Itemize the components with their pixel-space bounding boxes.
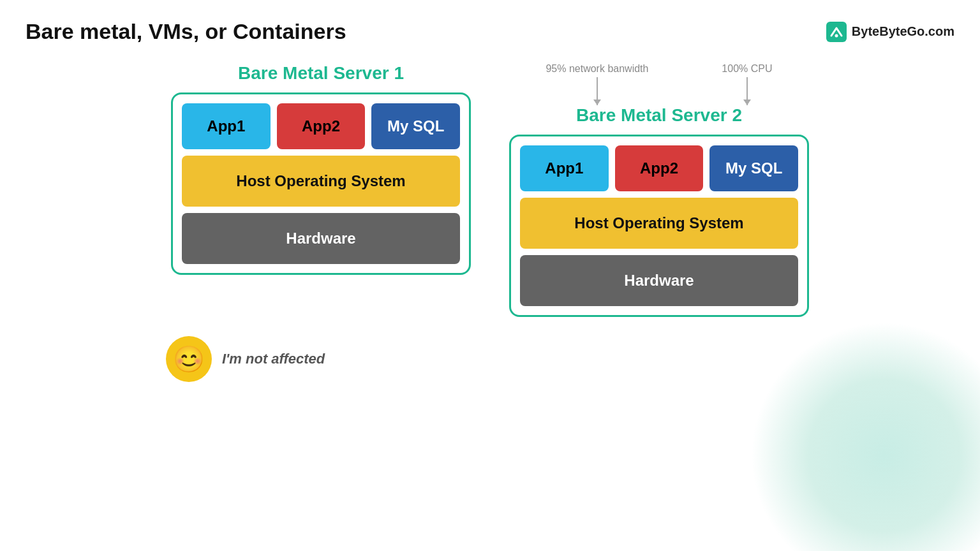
annotation-network-arrow: [597, 77, 598, 105]
server1-app1: App1: [182, 103, 271, 149]
svg-point-1: [835, 34, 838, 37]
server2-app3: My SQL: [709, 145, 798, 191]
servers-container: Bare Metal Server 1 App1 App2 My SQL Hos…: [26, 63, 954, 317]
server2-hardware: Hardware: [520, 255, 798, 306]
server2-title: Bare Metal Server 2: [576, 105, 742, 126]
smiley-icon: 😊: [166, 336, 212, 382]
header: Bare metal, VMs, or Containers ByteByteG…: [26, 19, 954, 44]
brand-logo: ByteByteGo.com: [826, 22, 954, 42]
server1-title: Bare Metal Server 1: [238, 63, 404, 84]
server2-os: Host Operating System: [520, 198, 798, 249]
brand-name: ByteByteGo.com: [852, 24, 954, 39]
server1-box: App1 App2 My SQL Host Operating System H…: [171, 92, 471, 275]
smiley-section: 😊 I'm not affected: [26, 336, 954, 382]
server1-apps-row: App1 App2 My SQL: [182, 103, 460, 149]
server1-app2: App2: [277, 103, 366, 149]
server2-wrapper: 95% network banwidth 100% CPU Bare Metal…: [509, 63, 809, 317]
annotation-network: 95% network banwidth: [546, 63, 648, 105]
server1-os: Host Operating System: [182, 156, 460, 207]
server2-app1: App1: [520, 145, 609, 191]
server1-hardware: Hardware: [182, 213, 460, 264]
server2-app2: App2: [615, 145, 704, 191]
svg-rect-0: [826, 22, 847, 42]
server1-block: Bare Metal Server 1 App1 App2 My SQL Hos…: [171, 63, 471, 275]
smiley-text: I'm not affected: [222, 351, 325, 367]
server2-apps-row: App1 App2 My SQL: [520, 145, 798, 191]
page-title: Bare metal, VMs, or Containers: [26, 19, 346, 44]
annotation-cpu: 100% CPU: [722, 63, 772, 105]
server1-app3: My SQL: [371, 103, 460, 149]
brand-icon: [826, 22, 847, 42]
server2-box: App1 App2 My SQL Host Operating System H…: [509, 135, 809, 317]
server2-block: Bare Metal Server 2 App1 App2 My SQL Hos…: [509, 105, 809, 317]
annotation-cpu-label: 100% CPU: [722, 63, 772, 75]
annotation-network-label: 95% network banwidth: [546, 63, 648, 75]
annotation-cpu-arrow: [746, 77, 748, 105]
server2-annotations: 95% network banwidth 100% CPU: [509, 63, 809, 105]
